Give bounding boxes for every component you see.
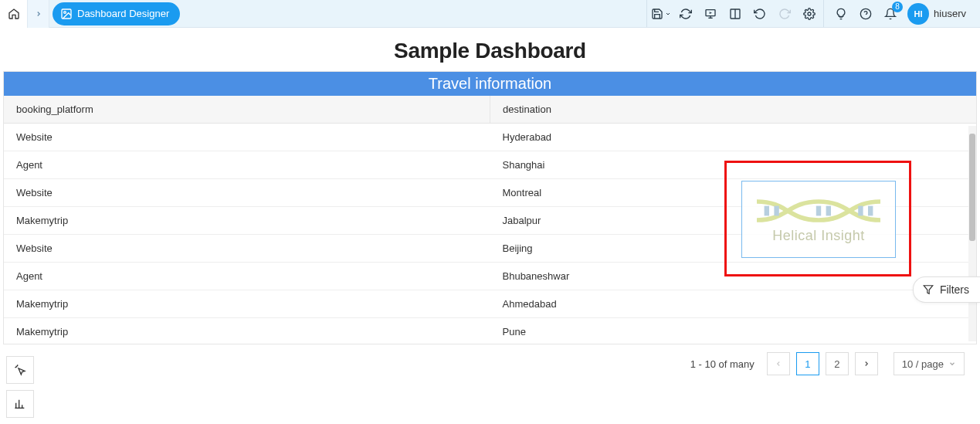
page-prev-button[interactable] <box>767 352 790 375</box>
cell-booking-platform: Website <box>4 235 490 262</box>
breadcrumb-active[interactable]: Dashboard Designer <box>53 2 180 25</box>
column-header-booking-platform[interactable]: booking_platform <box>4 96 490 123</box>
undo-icon <box>754 8 766 20</box>
page-next-button[interactable] <box>855 352 878 375</box>
cell-booking-platform: Website <box>4 179 490 206</box>
refresh-icon <box>680 8 692 20</box>
layout-icon <box>729 8 741 20</box>
filter-icon <box>923 284 934 295</box>
page-size-select[interactable]: 10 / page <box>894 352 965 375</box>
undo-button[interactable] <box>749 3 771 25</box>
cell-booking-platform: Makemytrip <box>4 318 490 344</box>
presentation-icon <box>704 8 717 20</box>
breadcrumb-separator <box>28 0 49 28</box>
dashboard-icon <box>60 8 73 20</box>
refresh-button[interactable] <box>675 3 697 25</box>
page-2-button[interactable]: 2 <box>826 352 849 375</box>
svg-marker-5 <box>710 12 712 14</box>
home-icon <box>8 8 20 20</box>
chevron-down-icon <box>948 360 956 368</box>
svg-point-8 <box>808 12 811 15</box>
notification-badge: 8 <box>892 2 903 12</box>
cell-booking-platform: Website <box>4 124 490 151</box>
home-button[interactable] <box>0 0 28 28</box>
page-1-button[interactable]: 1 <box>796 352 819 375</box>
avatar[interactable]: HI <box>907 3 929 25</box>
logo-highlight-box <box>724 161 911 276</box>
toolbar-group-1 <box>646 0 824 27</box>
help-icon <box>860 8 872 20</box>
page-info: 1 - 10 of many <box>690 358 754 370</box>
vertical-scrollbar[interactable] <box>968 126 976 341</box>
chevron-right-icon <box>863 360 870 368</box>
username-label: hiuserv <box>934 8 975 19</box>
cell-destination: Pune <box>490 318 977 344</box>
pointer-click-icon <box>14 364 26 376</box>
toolbar-group-2: 8 HI hiuserv <box>824 0 980 27</box>
lightbulb-icon <box>835 8 847 20</box>
settings-button[interactable] <box>799 3 820 25</box>
table-row[interactable]: WebsiteHyderabad <box>4 124 976 151</box>
gear-icon <box>803 8 816 20</box>
panel-title: Travel information <box>4 72 976 96</box>
chart-mode-button[interactable] <box>6 390 34 418</box>
table-row[interactable]: MakemytripPune <box>4 318 976 344</box>
svg-point-1 <box>64 11 66 13</box>
cell-booking-platform: Agent <box>4 151 490 178</box>
notifications-button[interactable]: 8 <box>880 3 901 25</box>
filters-label: Filters <box>940 283 969 296</box>
interact-mode-button[interactable] <box>6 356 34 384</box>
cell-booking-platform: Makemytrip <box>4 290 490 317</box>
chevron-right-icon <box>35 10 42 18</box>
help-button[interactable] <box>855 3 877 25</box>
table-header: booking_platform destination <box>4 96 976 124</box>
redo-icon <box>778 8 791 20</box>
layout-button[interactable] <box>724 3 746 25</box>
bar-chart-icon <box>14 398 26 410</box>
save-button[interactable] <box>650 3 672 25</box>
column-header-destination[interactable]: destination <box>490 96 976 123</box>
cell-destination: Hyderabad <box>490 124 977 151</box>
dashboard-title: Sample Dashboard <box>0 28 980 71</box>
chevron-down-icon <box>665 11 671 17</box>
tips-button[interactable] <box>830 3 852 25</box>
present-button[interactable] <box>700 3 721 25</box>
svg-marker-17 <box>924 286 933 294</box>
redo-button[interactable] <box>774 3 795 25</box>
save-icon <box>651 8 663 20</box>
page-size-label: 10 / page <box>902 358 944 370</box>
breadcrumb-label: Dashboard Designer <box>77 8 169 19</box>
filters-button[interactable]: Filters <box>913 276 980 303</box>
cell-booking-platform: Agent <box>4 263 490 290</box>
cell-destination: Ahmedabad <box>490 290 977 317</box>
table-row[interactable]: MakemytripAhmedabad <box>4 290 976 318</box>
pagination-bar: 1 - 10 of many 1 2 10 / page <box>0 344 980 375</box>
chevron-left-icon <box>775 360 782 368</box>
cell-booking-platform: Makemytrip <box>4 207 490 234</box>
mini-toolbar <box>6 356 34 418</box>
